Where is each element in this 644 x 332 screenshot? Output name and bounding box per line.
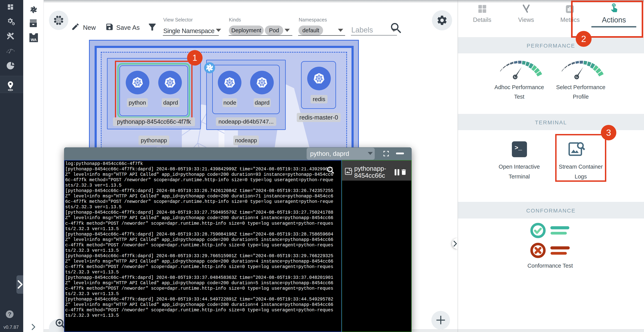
svg-text:WA: WA: [31, 38, 37, 42]
